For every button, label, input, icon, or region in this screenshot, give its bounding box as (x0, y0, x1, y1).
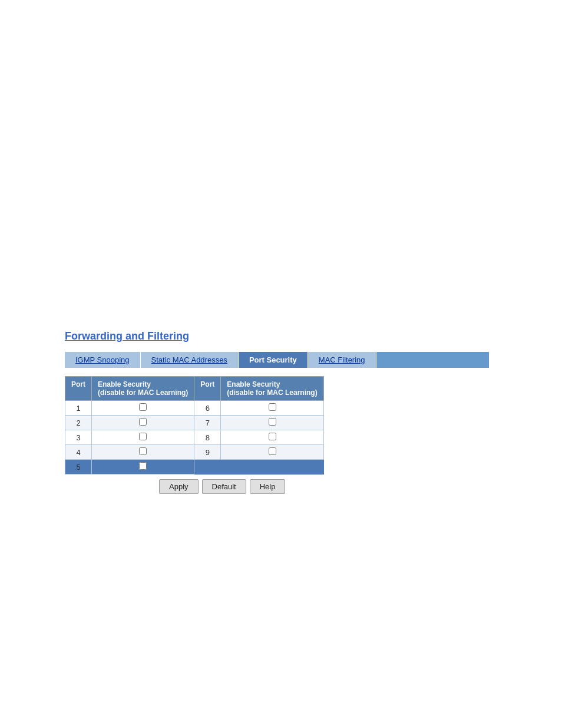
port-6-num: 6 (194, 401, 221, 416)
port-3-num: 3 (65, 430, 92, 445)
col1-port-header: Port (65, 377, 92, 401)
col2-enable-header: Enable Security (disable for MAC Learnin… (221, 377, 323, 401)
buttons-row: Apply Default Help (65, 479, 489, 494)
tab-igmp-snooping[interactable]: IGMP Snooping (65, 352, 141, 368)
table-row: 4 9 (65, 445, 324, 460)
port-1-checkbox-cell (92, 401, 194, 416)
port-9-num: 9 (194, 445, 221, 460)
port-table-wrapper: Port Enable Security (disable for MAC Le… (65, 376, 489, 494)
port-3-checkbox[interactable] (139, 433, 147, 440)
port-empty-cell (221, 460, 323, 475)
table-row: 3 8 (65, 430, 324, 445)
page-title: Forwarding and Filtering (65, 330, 489, 342)
col1-enable-label: Enable Security (98, 380, 151, 388)
help-button[interactable]: Help (250, 479, 286, 494)
port-5-checkbox-cell (92, 460, 194, 475)
port-3-checkbox-cell (92, 430, 194, 445)
col2-port-header: Port (194, 377, 221, 401)
table-row-last: 5 (65, 460, 324, 475)
tab-port-security[interactable]: Port Security (239, 352, 308, 368)
tab-mac-filtering[interactable]: MAC Filtering (308, 352, 376, 368)
port-4-num: 4 (65, 445, 92, 460)
port-7-checkbox[interactable] (269, 418, 276, 426)
tab-static-mac-addresses[interactable]: Static MAC Addresses (141, 352, 239, 368)
page-container: Forwarding and Filtering IGMP Snooping S… (0, 0, 562, 728)
port-7-checkbox-cell (221, 416, 323, 430)
port-9-checkbox-cell (221, 445, 323, 460)
port-2-checkbox[interactable] (139, 418, 147, 426)
port-9-checkbox[interactable] (269, 447, 276, 455)
col2-enable-sub: (disable for MAC Learning) (227, 388, 317, 397)
port-1-checkbox[interactable] (139, 403, 147, 411)
port-6-checkbox[interactable] (269, 403, 276, 411)
col1-enable-sub: (disable for MAC Learning) (98, 388, 188, 397)
table-row: 1 6 (65, 401, 324, 416)
port-4-checkbox[interactable] (139, 447, 147, 455)
port-7-num: 7 (194, 416, 221, 430)
tabs-bar: IGMP Snooping Static MAC Addresses Port … (65, 352, 489, 368)
port-1-num: 1 (65, 401, 92, 416)
port-6-checkbox-cell (221, 401, 323, 416)
main-content: Forwarding and Filtering IGMP Snooping S… (65, 330, 489, 494)
port-5-num: 5 (65, 460, 92, 475)
port-8-num: 8 (194, 430, 221, 445)
port-security-table: Port Enable Security (disable for MAC Le… (65, 376, 324, 475)
port-2-checkbox-cell (92, 416, 194, 430)
port-8-checkbox[interactable] (269, 433, 276, 440)
col2-enable-label: Enable Security (227, 380, 280, 388)
port-2-num: 2 (65, 416, 92, 430)
apply-button[interactable]: Apply (159, 479, 199, 494)
default-button[interactable]: Default (202, 479, 246, 494)
port-empty-num (194, 460, 221, 475)
table-row: 2 7 (65, 416, 324, 430)
port-4-checkbox-cell (92, 445, 194, 460)
port-8-checkbox-cell (221, 430, 323, 445)
port-5-checkbox[interactable] (139, 462, 147, 470)
col1-enable-header: Enable Security (disable for MAC Learnin… (92, 377, 194, 401)
